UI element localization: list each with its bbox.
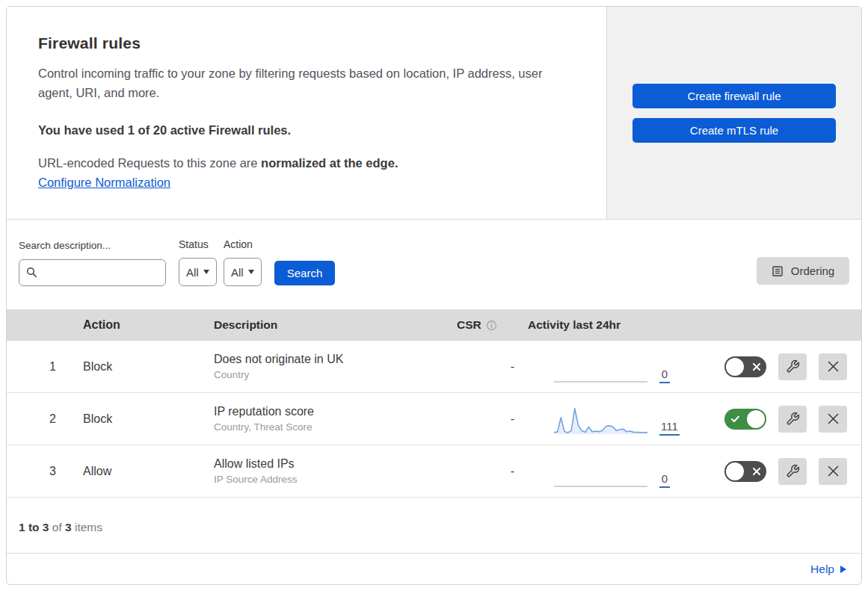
rule-action: Block xyxy=(77,412,208,426)
help-link[interactable]: Help xyxy=(810,563,846,576)
rule-fields: IP Source Address xyxy=(214,474,442,485)
search-input[interactable] xyxy=(19,259,166,286)
rule-controls xyxy=(724,353,847,380)
activity-sparkline xyxy=(554,350,647,383)
rule-action: Block xyxy=(77,360,208,374)
column-csr: CSR xyxy=(442,318,528,332)
of-text: of xyxy=(49,521,65,533)
delete-rule-button[interactable] xyxy=(819,353,847,380)
rule-enabled-toggle[interactable] xyxy=(724,461,766,482)
rule-priority: 2 xyxy=(7,412,77,426)
header-text-panel: Firewall rules Control incoming traffic … xyxy=(7,7,607,219)
firewall-rules-card: Firewall rules Control incoming traffic … xyxy=(6,6,862,585)
chevron-down-icon xyxy=(203,270,209,274)
help-label: Help xyxy=(810,563,834,576)
items-total: 3 xyxy=(65,521,72,533)
activity-count-link[interactable]: 111 xyxy=(659,420,680,436)
rule-activity-cell: 0 xyxy=(528,350,861,383)
status-select[interactable]: All xyxy=(179,258,217,286)
rule-description-cell: Allow listed IPs IP Source Address xyxy=(208,457,442,485)
ordering-label: Ordering xyxy=(791,264,834,277)
rule-csr-value: - xyxy=(442,465,528,478)
info-icon[interactable] xyxy=(486,320,497,331)
wrench-icon xyxy=(786,412,800,426)
status-label: Status xyxy=(179,238,209,250)
column-activity: Activity last 24hr xyxy=(528,318,861,332)
rule-enabled-toggle[interactable] xyxy=(724,409,766,430)
activity-sparkline xyxy=(554,403,647,436)
filter-bar: Search description... Status All Action … xyxy=(7,220,861,309)
rule-description[interactable]: Allow listed IPs xyxy=(214,457,442,471)
x-icon xyxy=(753,356,760,377)
rule-fields: Country xyxy=(214,369,442,380)
action-label: Action xyxy=(224,238,253,250)
wrench-icon xyxy=(786,464,800,478)
action-select[interactable]: All xyxy=(224,258,262,286)
pagination-summary: 1 to 3 of 3 items xyxy=(7,498,861,551)
activity-sparkline xyxy=(554,455,647,488)
activity-group: 0 xyxy=(554,350,670,383)
normalization-notice: URL-encoded Requests to this zone are no… xyxy=(38,156,575,170)
x-icon xyxy=(753,461,760,482)
rule-csr-value: - xyxy=(442,360,528,374)
close-icon xyxy=(828,465,839,477)
edit-rule-button[interactable] xyxy=(778,406,807,433)
activity-count-link[interactable]: 0 xyxy=(659,472,670,488)
rule-description-cell: Does not originate in UK Country xyxy=(208,353,442,380)
edit-rule-button[interactable] xyxy=(778,458,807,485)
table-header-row: Action Description CSR Activity last 24h… xyxy=(7,309,861,341)
page-description: Control incoming traffic to your zone by… xyxy=(38,64,570,102)
header-section: Firewall rules Control incoming traffic … xyxy=(7,7,861,220)
toggle-knob xyxy=(747,410,765,428)
items-text: items xyxy=(72,521,102,533)
activity-group: 0 xyxy=(554,455,670,488)
edit-rule-button[interactable] xyxy=(778,353,807,380)
ordering-button[interactable]: Ordering xyxy=(757,257,849,285)
table-row: 2 Block IP reputation score Country, Thr… xyxy=(7,393,861,445)
toggle-knob xyxy=(726,462,744,480)
activity-count-link[interactable]: 0 xyxy=(659,368,670,383)
check-icon xyxy=(731,409,739,430)
rule-description[interactable]: IP reputation score xyxy=(214,405,442,418)
normalization-text: URL-encoded Requests to this zone are xyxy=(38,156,261,170)
rule-activity-cell: 0 xyxy=(528,455,861,488)
rule-controls xyxy=(724,406,847,433)
help-bar: Help xyxy=(7,553,861,584)
create-firewall-rule-button[interactable]: Create firewall rule xyxy=(632,84,836,108)
actions-panel: Create firewall rule Create mTLS rule xyxy=(607,7,861,219)
table-row: 3 Allow Allow listed IPs IP Source Addre… xyxy=(7,445,861,498)
column-description: Description xyxy=(208,318,442,332)
rule-csr-value: - xyxy=(442,412,528,426)
normalization-bold: normalized at the edge. xyxy=(261,156,398,170)
search-icon xyxy=(26,267,37,278)
rule-priority: 3 xyxy=(7,465,77,478)
page-title: Firewall rules xyxy=(38,34,575,52)
delete-rule-button[interactable] xyxy=(819,458,847,485)
status-value: All xyxy=(186,266,199,279)
wrench-icon xyxy=(786,359,800,374)
csr-header-label: CSR xyxy=(457,318,481,332)
rule-action: Allow xyxy=(77,465,208,478)
table-row: 1 Block Does not originate in UK Country… xyxy=(7,341,861,393)
configure-normalization-link[interactable]: Configure Normalization xyxy=(38,176,170,190)
delete-rule-button[interactable] xyxy=(819,406,847,433)
search-label: Search description... xyxy=(19,240,111,251)
items-range: 1 to 3 xyxy=(19,521,49,533)
action-value: All xyxy=(231,266,244,279)
arrow-right-icon xyxy=(840,566,846,573)
activity-group: 111 xyxy=(554,403,680,436)
toggle-knob xyxy=(726,358,744,376)
rule-enabled-toggle[interactable] xyxy=(724,356,766,377)
list-document-icon xyxy=(772,265,784,277)
search-field-wrap xyxy=(19,259,166,286)
column-action: Action xyxy=(77,318,208,332)
rule-description-cell: IP reputation score Country, Threat Scor… xyxy=(208,405,442,433)
rule-fields: Country, Threat Score xyxy=(214,421,442,433)
create-mtls-rule-button[interactable]: Create mTLS rule xyxy=(632,118,836,143)
usage-notice: You have used 1 of 20 active Firewall ru… xyxy=(38,123,575,137)
close-icon xyxy=(828,361,839,372)
rule-description[interactable]: Does not originate in UK xyxy=(214,353,442,366)
close-icon xyxy=(828,413,839,424)
chevron-down-icon xyxy=(248,270,254,274)
search-button[interactable]: Search xyxy=(274,261,335,285)
